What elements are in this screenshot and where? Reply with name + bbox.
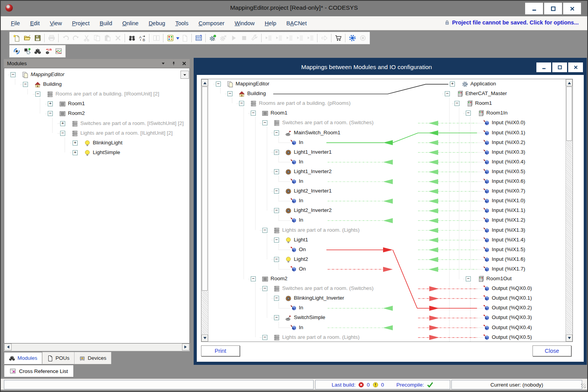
tree-item-input-ix1-5[interactable]: Input (%IX1.5) [492,246,525,252]
collapse-toggle[interactable]: − [251,276,256,281]
scroll-left-button[interactable] [4,343,12,350]
tree-item-output-qx0-1[interactable]: Output (%QX0.1) [492,295,532,301]
close-button[interactable] [563,3,581,14]
cart-button[interactable] [333,33,343,43]
step-into-button[interactable] [274,33,284,43]
tree-item-room1in[interactable]: Room1In [486,110,508,116]
collapse-toggle[interactable]: − [274,208,279,213]
copy-button[interactable] [92,33,102,43]
delete-button[interactable] [113,33,123,43]
record-button[interactable] [357,33,368,43]
tree-item-input-ix1-6[interactable]: Input (%IX1.6) [492,256,525,262]
scroll-up-button[interactable] [201,79,208,86]
dialog-maximize-button[interactable] [552,62,567,72]
tree-item-room2[interactable]: Room2 [271,276,288,281]
new-project-button[interactable] [11,33,22,43]
collapse-toggle[interactable]: − [262,228,267,233]
collapse-toggle[interactable]: − [48,111,53,116]
module-repository-button[interactable] [32,46,43,56]
tree-item-input-ix1-4[interactable]: Input (%IX1.4) [492,237,525,243]
step-over-button[interactable] [263,33,274,43]
collapse-toggle[interactable]: − [227,91,232,96]
expand-toggle[interactable]: + [73,140,78,146]
dialog-close-button[interactable] [568,62,583,72]
tree-item-in[interactable]: In [299,198,303,203]
collapse-toggle[interactable]: − [274,296,279,301]
readonly-alert[interactable]: Project file cannot be saved. Click for … [444,19,579,26]
show-next-statement-button[interactable] [319,33,330,43]
maximize-button[interactable] [544,3,562,14]
tree-item-output-qx0-2[interactable]: Output (%QX0.2) [492,305,532,310]
tree-item-input-ix1-7[interactable]: Input (%IX1.7) [492,266,525,272]
tree-item-in[interactable]: In [299,178,303,184]
replace-button[interactable] [137,33,147,43]
composer-update-button[interactable] [11,46,22,56]
collapse-toggle[interactable]: − [262,286,267,291]
print-button[interactable]: Print [201,345,240,356]
tree-item-room1[interactable]: Room1 [271,110,288,116]
login-button[interactable] [207,33,218,43]
tree-item-input-ix0-5[interactable]: Input (%IX0.5) [492,168,525,174]
tree-item-light2-inverter2[interactable]: Light2_Inverter2 [294,207,332,213]
collapse-toggle[interactable]: − [23,82,28,87]
trace-button[interactable] [53,46,64,56]
tree-item-in[interactable]: In [299,324,303,330]
menu-build[interactable]: Build [100,20,112,26]
tree-item-input-ix0-1[interactable]: Input (%IX0.1) [492,130,525,135]
paste-button[interactable] [102,33,113,43]
tree-item-light1-inverter2[interactable]: Light1_Inverter2 [294,168,332,174]
tree-item-building[interactable]: Building [43,81,62,87]
collapse-toggle[interactable]: − [274,257,279,262]
mapping-vscrollbar-left[interactable] [201,79,208,342]
single-cycle-button[interactable] [249,33,260,43]
tree-item-lights-are-part-of-a-room-ilightunit-2[interactable]: Lights are part of a room. [ILightUnit] … [80,130,173,136]
expand-toggle[interactable]: + [60,121,65,126]
collapse-toggle[interactable]: − [454,101,460,106]
tree-item-room2[interactable]: Room2 [68,110,85,116]
tree-item-in[interactable]: In [299,217,303,223]
collapse-toggle[interactable]: − [274,315,279,320]
tree-item-application[interactable]: Application [470,81,496,87]
tree-item-input-ix0-7[interactable]: Input (%IX0.7) [492,188,525,194]
cut-button[interactable] [81,33,92,43]
add-library-button[interactable] [43,46,53,56]
tree-item-on[interactable]: On [299,266,306,272]
stop-button[interactable] [239,33,249,43]
tree-item-switches-are-part-of-a-room-iswitchunit-2[interactable]: Switches are part of a room. [ISwitchUni… [80,120,184,126]
tab-devices[interactable]: Devices [75,352,111,364]
tree-item-light1-inverter1[interactable]: Light1_Inverter1 [294,149,332,155]
menu-file[interactable]: File [11,20,20,26]
menu-edit[interactable]: Edit [30,20,40,26]
pin-icon[interactable] [171,61,176,66]
tree-item-rooms-are-part-of-a-building-prooms[interactable]: Rooms are part of a building. (pRooms) [259,100,350,106]
panel-menu-icon[interactable] [161,61,166,66]
tree-item-output-qx0-5[interactable]: Output (%QX0.5) [492,334,532,340]
menu-window[interactable]: Window [234,20,255,26]
collapse-toggle[interactable]: − [60,131,65,136]
expand-toggle[interactable]: + [48,101,53,106]
mapping-vscrollbar-right[interactable] [565,79,572,342]
menu-online[interactable]: Online [122,20,139,26]
collapse-toggle[interactable]: − [251,111,256,116]
tree-item-room1out[interactable]: Room1Out [486,276,512,281]
tree-item-input-ix0-0[interactable]: Input (%IX0.0) [492,120,525,125]
menu-bacnet[interactable]: BACNet [286,20,307,26]
collapse-toggle[interactable]: − [262,335,267,340]
dialog-minimize-button[interactable] [536,62,551,72]
tree-item-mappingeditor[interactable]: MappingEditor [236,81,269,87]
menu-view[interactable]: View [50,20,62,26]
collapse-toggle[interactable]: − [466,276,471,281]
resize-grip[interactable] [581,383,586,388]
tree-item-input-ix1-3[interactable]: Input (%IX1.3) [492,227,525,233]
tree-item-input-ix0-3[interactable]: Input (%IX0.3) [492,149,525,155]
step-out-button[interactable] [284,33,295,43]
tab-modules[interactable]: Modules [4,352,42,364]
tree-item-input-ix0-2[interactable]: Input (%IX0.2) [492,139,525,145]
minimize-button[interactable] [525,3,543,14]
collapse-toggle[interactable]: − [216,82,221,87]
tree-item-light1[interactable]: Light1 [294,237,308,243]
tree-item-lights-are-part-of-a-room-lights[interactable]: Lights are part of a room. (Lights) [282,334,360,340]
tree-item-in[interactable]: In [299,139,303,145]
panel-close-icon[interactable] [182,61,187,66]
logout-button[interactable] [218,33,228,43]
